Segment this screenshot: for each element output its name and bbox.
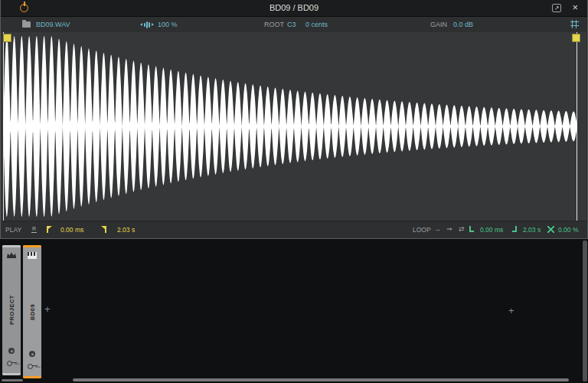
- zoom-value[interactable]: 100 %: [158, 21, 178, 28]
- gain-value[interactable]: 0.0 dB: [453, 21, 473, 28]
- play-start-value[interactable]: 0.00 ms: [60, 226, 83, 234]
- loop-pingpong-icon[interactable]: ⇄: [459, 225, 465, 233]
- add-device-button[interactable]: +: [508, 305, 514, 316]
- start-handle[interactable]: [3, 34, 11, 42]
- play-end-flag-icon[interactable]: [105, 226, 106, 233]
- loop-crossfade-icon[interactable]: [547, 226, 554, 233]
- detach-window-icon[interactable]: ↗: [552, 4, 561, 12]
- device-chain-area: PROJECT BD09 + BD09: [0, 239, 588, 383]
- play-label: PLAY: [5, 226, 21, 234]
- loop-start-icon[interactable]: [469, 226, 474, 232]
- editor-titlebar: BD09 / BD09 ↗ ×: [1, 0, 587, 17]
- tab-scrollbar-thumb[interactable]: [2, 379, 23, 381]
- add-track-button[interactable]: +: [44, 303, 51, 315]
- root-cents-value[interactable]: 0 cents: [305, 21, 328, 28]
- root-label: ROOT: [264, 21, 284, 28]
- loop-start-value[interactable]: 0.00 ms: [480, 226, 503, 234]
- loop-crossfade-value[interactable]: 0.00 %: [558, 226, 578, 234]
- project-key-icon[interactable]: [7, 360, 17, 365]
- loop-end-icon[interactable]: [512, 226, 517, 232]
- tab-track-bd09[interactable]: BD09: [23, 245, 41, 378]
- gain-label: GAIN: [430, 21, 447, 28]
- sample-editor-panel: BD09 / BD09 ↗ × BD09.WAV 100 % ROOT C3 0…: [0, 0, 588, 239]
- track-tab-label: BD09: [23, 245, 41, 378]
- editor-toolbar: BD09.WAV 100 % ROOT C3 0 cents GAIN 0.0 …: [1, 17, 587, 32]
- vertical-scrollbar[interactable]: [583, 241, 587, 381]
- play-end-value[interactable]: 2.03 s: [117, 226, 135, 234]
- root-note-value[interactable]: C3: [287, 21, 296, 28]
- horizontal-scrollbar[interactable]: [73, 378, 569, 381]
- loop-off-icon[interactable]: →: [434, 225, 441, 233]
- loop-on-icon[interactable]: ⇒: [446, 225, 452, 233]
- tab-project[interactable]: PROJECT: [2, 245, 21, 375]
- project-meter-icon[interactable]: [8, 348, 15, 354]
- loop-end-value[interactable]: 2.03 s: [523, 226, 541, 234]
- track-color-bottom-strip: [23, 376, 41, 378]
- window-title: BD09 / BD09: [1, 3, 587, 12]
- loop-label: LOOP: [413, 226, 431, 234]
- restore-icon[interactable]: R: [31, 226, 37, 233]
- fit-view-icon[interactable]: [570, 20, 579, 28]
- close-icon[interactable]: ×: [572, 3, 578, 12]
- play-start-flag-icon[interactable]: [47, 226, 48, 233]
- track-meter-icon[interactable]: [29, 351, 35, 357]
- sample-file-name[interactable]: BD09.WAV: [36, 21, 70, 28]
- project-tab-bottom-strip: [2, 373, 21, 375]
- waveform: [3, 32, 577, 221]
- project-tab-label: PROJECT: [2, 245, 21, 375]
- bitwig-sampler-window: BD09 / BD09 ↗ × BD09.WAV 100 % ROOT C3 0…: [0, 0, 588, 383]
- editor-transport-row: PLAY R 0.00 ms 2.03 s LOOP → ⇒ ⇄ 0.00 ms…: [1, 221, 587, 237]
- track-key-icon[interactable]: [28, 363, 38, 368]
- zoom-waveform-icon[interactable]: [140, 21, 154, 28]
- waveform-display[interactable]: [2, 32, 586, 221]
- browse-sample-icon[interactable]: [22, 21, 31, 28]
- end-handle[interactable]: [572, 34, 580, 42]
